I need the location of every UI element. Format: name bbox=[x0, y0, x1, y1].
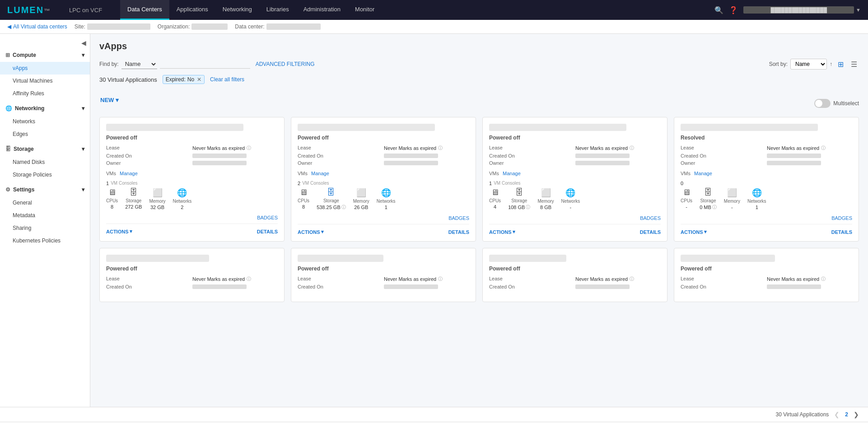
pagination-next-button[interactable]: ❯ bbox=[852, 410, 861, 419]
actions-button-1[interactable]: ACTIONS ▾ bbox=[106, 228, 132, 234]
sidebar-section-header-networking[interactable]: 🌐Networking ▾ bbox=[0, 102, 90, 115]
back-to-vdcs[interactable]: ◀ All Virtual data centers bbox=[7, 23, 67, 30]
sidebar-section-networking: 🌐Networking ▾ Networks Edges bbox=[0, 102, 90, 140]
nav-tab-datacenters[interactable]: Data Centers bbox=[120, 0, 169, 20]
lease-info-icon-4[interactable]: ⓘ bbox=[821, 145, 826, 151]
search-input[interactable] bbox=[160, 60, 250, 69]
sidebar-section-header-settings[interactable]: ⚙Settings ▾ bbox=[0, 183, 90, 196]
find-by-select[interactable]: Name bbox=[121, 59, 157, 69]
nav-tab-libraries[interactable]: Libraries bbox=[259, 0, 296, 20]
vapp-card-6-status: Powered off bbox=[298, 266, 469, 272]
sidebar-collapse-area: ◀ bbox=[0, 37, 90, 48]
grid-view-icon[interactable]: ⊞ bbox=[836, 59, 845, 70]
vapp-card-1-resources: 🖥 CPUs 8 🗄 Storage 272 GB ⬜ Memory 32 GB bbox=[106, 188, 278, 210]
sidebar-collapse-button[interactable]: ◀ bbox=[81, 39, 86, 47]
badges-link-4[interactable]: BADGES bbox=[831, 215, 852, 221]
vapp-card-2-status: Powered off bbox=[298, 135, 469, 141]
user-menu[interactable]: ████████████████ ▼ bbox=[743, 6, 861, 14]
vapp-card-2-title bbox=[298, 124, 435, 131]
app-logo: LUMEN™ bbox=[7, 5, 51, 15]
multiselect-toggle[interactable]: Multiselect bbox=[814, 99, 859, 108]
multiselect-switch[interactable] bbox=[814, 99, 831, 108]
lease-info-icon-5[interactable]: ⓘ bbox=[247, 276, 251, 282]
vapp-card-7: Powered off Lease Never Marks as expired… bbox=[482, 248, 667, 302]
memory-icon-2: ⬜ bbox=[356, 188, 366, 198]
details-button-3[interactable]: DETAILS bbox=[640, 229, 661, 235]
manage-link-4[interactable]: Manage bbox=[694, 171, 712, 176]
storage-resource-4: 🗄 Storage 0 MBⓘ bbox=[700, 188, 717, 210]
nav-tab-networking[interactable]: Networking bbox=[215, 0, 259, 20]
actions-button-3[interactable]: ACTIONS ▾ bbox=[489, 229, 515, 235]
manage-link-2[interactable]: Manage bbox=[311, 171, 329, 176]
pagination-prev-button[interactable]: ❮ bbox=[832, 410, 841, 419]
nav-tab-administration[interactable]: Administration bbox=[296, 0, 348, 20]
sidebar-section-header-compute[interactable]: ⊞Compute ▾ bbox=[0, 48, 90, 62]
cpu-icon: 🖥 bbox=[108, 188, 116, 197]
actions-button-2[interactable]: ACTIONS ▾ bbox=[298, 229, 324, 235]
lease-info-icon-6[interactable]: ⓘ bbox=[438, 276, 443, 282]
nav-tab-applications[interactable]: Applications bbox=[169, 0, 215, 20]
storage-resource-1: 🗄 Storage 272 GB bbox=[125, 188, 142, 210]
breadcrumb-bar: ◀ All Virtual data centers Site: Organiz… bbox=[0, 20, 868, 34]
sidebar-item-edges[interactable]: Edges bbox=[0, 128, 90, 140]
badges-link-3[interactable]: BADGES bbox=[640, 215, 661, 221]
actions-button-4[interactable]: ACTIONS ▾ bbox=[681, 229, 707, 235]
manage-link-1[interactable]: Manage bbox=[120, 171, 138, 176]
new-button[interactable]: NEW ▾ bbox=[99, 95, 120, 105]
lease-info-icon-7[interactable]: ⓘ bbox=[630, 276, 634, 282]
manage-link-3[interactable]: Manage bbox=[503, 171, 521, 176]
filter-remove-button[interactable]: ✕ bbox=[197, 76, 201, 83]
sidebar-item-sharing[interactable]: Sharing bbox=[0, 222, 90, 234]
advanced-filtering-link[interactable]: ADVANCED FILTERING bbox=[256, 61, 315, 67]
storage-resource-icon-3: 🗄 bbox=[515, 188, 523, 197]
vapp-card-4-actions: ACTIONS ▾ DETAILS bbox=[681, 224, 852, 235]
vapp-card-1-vms: VMs Manage bbox=[106, 171, 278, 176]
memory-icon-3: ⬜ bbox=[541, 188, 551, 198]
sidebar-item-kubernetes-policies[interactable]: Kubernetes Policies bbox=[0, 234, 90, 247]
sidebar-item-affinity-rules[interactable]: Affinity Rules bbox=[0, 87, 90, 100]
sidebar-item-virtual-machines[interactable]: Virtual Machines bbox=[0, 75, 90, 87]
lease-info-icon-3[interactable]: ⓘ bbox=[630, 145, 634, 151]
toolbar: Find by: Name ADVANCED FILTERING Sort by… bbox=[99, 59, 859, 70]
storage-info-icon-2[interactable]: ⓘ bbox=[341, 204, 346, 210]
details-button-4[interactable]: DETAILS bbox=[831, 229, 852, 235]
sidebar-item-networks[interactable]: Networks bbox=[0, 115, 90, 128]
cpus-resource-4: 🖥 CPUs - bbox=[681, 188, 692, 210]
filter-tag-expired: Expired: No ✕ bbox=[163, 75, 205, 84]
vapp-card-3-title bbox=[489, 124, 626, 131]
sidebar-section-header-storage[interactable]: 🗄Storage ▾ bbox=[0, 142, 90, 156]
vapp-card-3-status: Powered off bbox=[489, 135, 661, 141]
networks-resource-1: 🌐 Networks 2 bbox=[173, 188, 192, 210]
sort-by-select[interactable]: Name bbox=[790, 59, 827, 70]
search-icon[interactable]: 🔍 bbox=[714, 6, 723, 14]
storage-icon: 🗄 bbox=[5, 146, 11, 152]
clear-all-filters-link[interactable]: Clear all filters bbox=[210, 76, 244, 83]
lease-info-icon-2[interactable]: ⓘ bbox=[438, 145, 443, 151]
lease-info-icon-1[interactable]: ⓘ bbox=[247, 145, 251, 151]
badges-link-1[interactable]: BADGES bbox=[257, 215, 278, 220]
networks-resource-2: 🌐 Networks 1 bbox=[377, 188, 396, 210]
sidebar-item-metadata[interactable]: Metadata bbox=[0, 209, 90, 222]
storage-info-icon-4[interactable]: ⓘ bbox=[712, 204, 717, 210]
storage-info-icon-3[interactable]: ⓘ bbox=[526, 204, 530, 210]
cpus-resource-3: 🖥 CPUs 4 bbox=[489, 188, 501, 210]
badges-link-2[interactable]: BADGES bbox=[448, 215, 469, 221]
details-button-1[interactable]: DETAILS bbox=[257, 229, 278, 234]
vapp-card-6-title bbox=[298, 255, 383, 262]
sidebar-section-compute: ⊞Compute ▾ vApps Virtual Machines Affini… bbox=[0, 48, 90, 100]
list-view-icon[interactable]: ☰ bbox=[849, 59, 859, 70]
memory-icon: ⬜ bbox=[153, 188, 163, 198]
nav-tab-monitor[interactable]: Monitor bbox=[348, 0, 382, 20]
sidebar-item-named-disks[interactable]: Named Disks bbox=[0, 156, 90, 168]
sort-direction-icon[interactable]: ↑ bbox=[830, 61, 832, 67]
settings-icon: ⚙ bbox=[5, 186, 10, 193]
vapp-card-7-title bbox=[489, 255, 566, 262]
sidebar-item-storage-policies[interactable]: Storage Policies bbox=[0, 168, 90, 181]
toggle-knob bbox=[815, 100, 822, 107]
sidebar-item-vapps[interactable]: vApps bbox=[0, 62, 90, 75]
lease-info-icon-8[interactable]: ⓘ bbox=[821, 276, 826, 282]
sidebar-item-general[interactable]: General bbox=[0, 196, 90, 209]
details-button-2[interactable]: DETAILS bbox=[448, 229, 469, 235]
help-icon[interactable]: ❓ bbox=[729, 6, 738, 14]
vapp-card-8-meta: Lease Never Marks as expired ⓘ Created O… bbox=[681, 275, 852, 290]
